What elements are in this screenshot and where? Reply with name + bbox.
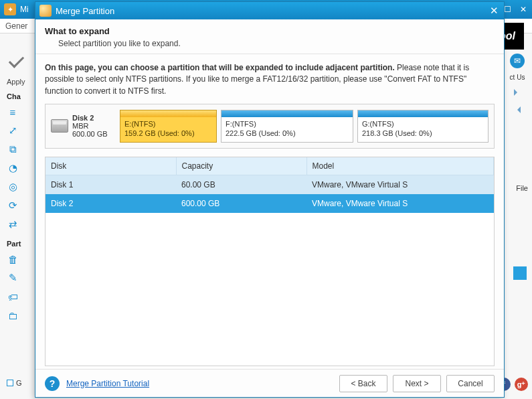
disk-table: Disk Capacity Model Disk 160.00 GBVMware… bbox=[46, 157, 494, 213]
bg-tool-icons-2: 🗑 ✎ 🏷 🗀 bbox=[7, 253, 33, 321]
legend-square-icon bbox=[7, 380, 13, 386]
partition-block[interactable]: E:(NTFS)159.2 GB (Used: 0%) bbox=[120, 110, 217, 143]
mail-icon[interactable]: ✉ bbox=[510, 54, 525, 68]
bg-group-changes: Cha bbox=[7, 92, 33, 100]
bg-right-panel: ✉ ct Us bbox=[508, 54, 527, 116]
dialog-instruction: On this page, you can choose a partition… bbox=[45, 62, 495, 97]
partition-fill-bar bbox=[120, 110, 216, 117]
help-icon[interactable]: ? bbox=[45, 376, 60, 391]
left-arrow-icon[interactable] bbox=[514, 89, 521, 96]
disk-info: Disk 2 MBR 600.00 GB bbox=[51, 110, 113, 143]
bg-apply-label[interactable]: Apply bbox=[7, 78, 33, 86]
bg-menu-item[interactable]: Gener bbox=[5, 21, 27, 31]
cell-model: VMware, VMware Virtual S bbox=[306, 175, 494, 194]
sliders-icon[interactable]: ≡ bbox=[7, 106, 19, 118]
close-icon[interactable]: ✕ bbox=[488, 5, 500, 17]
bg-apply-check-icon bbox=[7, 54, 25, 72]
partition-label: E:(NTFS)159.2 GB (Used: 0%) bbox=[120, 117, 216, 142]
partition-label: G:(NTFS)218.3 GB (Used: 0%) bbox=[358, 117, 488, 142]
dialog-footer: ? Merge Partition Tutorial < Back Next >… bbox=[35, 369, 504, 397]
tutorial-link[interactable]: Merge Partition Tutorial bbox=[66, 379, 149, 388]
right-arrow-icon[interactable] bbox=[514, 106, 521, 113]
target-icon[interactable]: ◎ bbox=[7, 181, 19, 193]
disk-map: Disk 2 MBR 600.00 GB E:(NTFS)159.2 GB (U… bbox=[45, 104, 495, 149]
disk-name: Disk 2 bbox=[72, 114, 108, 122]
cell-capacity: 60.00 GB bbox=[176, 175, 306, 194]
instruction-bold: On this page, you can choose a partition… bbox=[45, 63, 395, 72]
dialog-header: What to expand Select partition you like… bbox=[35, 19, 504, 54]
copy-icon[interactable]: ⧉ bbox=[7, 143, 19, 155]
dialog-heading: What to expand bbox=[45, 26, 495, 36]
folder-icon[interactable]: 🗀 bbox=[7, 309, 19, 321]
col-capacity[interactable]: Capacity bbox=[176, 157, 306, 175]
swap-icon[interactable]: ⇄ bbox=[7, 218, 19, 230]
cell-capacity: 600.00 GB bbox=[176, 194, 306, 213]
bg-file-label: File bbox=[516, 184, 528, 192]
bg-app-icon: ✦ bbox=[4, 3, 16, 15]
table-row[interactable]: Disk 160.00 GBVMware, VMware Virtual S bbox=[46, 175, 494, 194]
bg-contact-label: ct Us bbox=[510, 74, 525, 81]
trash-icon[interactable]: 🗑 bbox=[7, 253, 19, 265]
partition-block[interactable]: G:(NTFS)218.3 GB (Used: 0%) bbox=[357, 110, 489, 143]
disk-size: 600.00 GB bbox=[72, 130, 108, 138]
bg-group-partition: Part bbox=[7, 240, 33, 248]
cell-model: VMware, VMware Virtual S bbox=[306, 194, 494, 213]
bg-tool-icons-1: ≡ ⤢ ⧉ ◔ ◎ ⟳ ⇄ bbox=[7, 106, 33, 230]
disk-type: MBR bbox=[72, 122, 88, 130]
dialog-body: On this page, you can choose a partition… bbox=[35, 54, 504, 369]
tag-icon[interactable]: 🏷 bbox=[7, 291, 19, 303]
disk-icon[interactable]: ◔ bbox=[7, 162, 19, 174]
bg-blue-bar bbox=[513, 266, 527, 280]
next-button[interactable]: Next > bbox=[393, 375, 441, 392]
partition-bar: E:(NTFS)159.2 GB (Used: 0%)F:(NTFS)222.5… bbox=[120, 110, 489, 143]
bg-status-bar: G bbox=[7, 379, 22, 387]
disk-table-container: Disk Capacity Model Disk 160.00 GBVMware… bbox=[45, 157, 495, 366]
partition-fill-bar bbox=[221, 110, 353, 117]
cell-disk: Disk 2 bbox=[46, 194, 176, 213]
table-row[interactable]: Disk 2600.00 GBVMware, VMware Virtual S bbox=[46, 194, 494, 213]
expand-icon[interactable]: ⤢ bbox=[7, 125, 19, 137]
edit-icon[interactable]: ✎ bbox=[7, 272, 19, 284]
col-model[interactable]: Model bbox=[306, 157, 494, 175]
bg-close-button[interactable]: ✕ bbox=[519, 5, 528, 14]
merge-partition-dialog: Merge Partition ✕ What to expand Select … bbox=[35, 1, 505, 398]
dialog-titlebar: Merge Partition ✕ bbox=[35, 2, 504, 19]
bg-status-text: G bbox=[16, 379, 22, 387]
bg-title-text: Mi bbox=[20, 5, 29, 14]
col-disk[interactable]: Disk bbox=[46, 157, 176, 175]
dialog-app-icon bbox=[39, 5, 52, 17]
partition-label: F:(NTFS)222.5 GB (Used: 0%) bbox=[221, 117, 353, 142]
bg-left-panel: Apply Cha ≡ ⤢ ⧉ ◔ ◎ ⟳ ⇄ Part 🗑 ✎ 🏷 🗀 bbox=[7, 54, 33, 321]
googleplus-icon[interactable]: g⁺ bbox=[515, 378, 528, 391]
hard-disk-icon bbox=[51, 119, 68, 133]
partition-block[interactable]: F:(NTFS)222.5 GB (Used: 0%) bbox=[221, 110, 353, 143]
dialog-title: Merge Partition bbox=[56, 6, 114, 16]
dialog-subheading: Select partition you like to expand. bbox=[58, 39, 495, 48]
cancel-button[interactable]: Cancel bbox=[446, 375, 495, 392]
back-button[interactable]: < Back bbox=[339, 375, 387, 392]
partition-fill-bar bbox=[358, 110, 488, 117]
cell-disk: Disk 1 bbox=[46, 175, 176, 194]
refresh-icon[interactable]: ⟳ bbox=[7, 200, 19, 212]
